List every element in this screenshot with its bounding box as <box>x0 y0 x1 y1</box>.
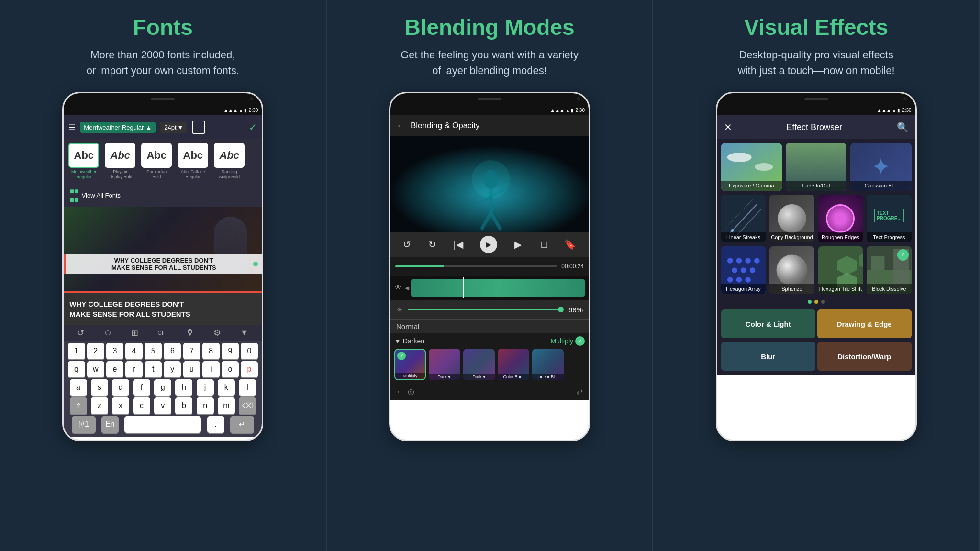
key-5[interactable]: 5 <box>145 343 162 359</box>
effect-gaussian-blur[interactable]: ✦ Gaussian Bl... <box>850 143 911 191</box>
key-1[interactable]: 1 <box>68 343 85 359</box>
blend-mode-linearbl[interactable]: Linear Bl... <box>532 349 564 380</box>
copy-ctrl[interactable]: □ <box>541 239 547 250</box>
close-button[interactable]: ✕ <box>724 121 732 133</box>
expand-icon[interactable]: ▼ <box>240 328 248 338</box>
text-box-icon[interactable] <box>192 121 205 134</box>
key-r[interactable]: r <box>125 361 143 377</box>
key-4[interactable]: 4 <box>125 343 143 359</box>
blend-timeline[interactable]: 00:00:24 <box>390 257 589 276</box>
undo-icon[interactable]: ↺ <box>77 328 84 338</box>
font-item-abril[interactable]: Abc Abril FatfaceRegular <box>177 143 209 180</box>
key-3[interactable]: 3 <box>106 343 123 359</box>
key-j[interactable]: j <box>197 379 214 396</box>
key-y[interactable]: y <box>164 361 181 377</box>
redo-ctrl[interactable]: ↻ <box>428 239 436 250</box>
key-v[interactable]: v <box>154 397 171 414</box>
key-x[interactable]: x <box>112 397 129 414</box>
back-arrow-icon[interactable]: ← <box>396 121 405 131</box>
effect-hexagon-array[interactable]: Hexagon Array <box>721 246 766 294</box>
blend-mode-colorburn[interactable]: Color Burn <box>498 349 529 380</box>
play-button[interactable]: ▶ <box>480 236 497 253</box>
font-size-selector[interactable]: 24pt ▼ <box>160 122 187 133</box>
confirm-icon[interactable]: ✓ <box>249 121 257 133</box>
category-distortion-warp[interactable]: Distortion/Warp <box>817 342 912 371</box>
view-all-fonts-button[interactable]: ■■■■ View All Fonts <box>64 184 262 207</box>
effect-block-dissolve[interactable]: ✓ Block Dissolve <box>867 246 912 294</box>
hamburger-icon[interactable]: ☰ <box>68 123 75 132</box>
effect-text-progress[interactable]: TEXTPROGRE... Text Progress <box>867 195 912 242</box>
space-key[interactable] <box>124 416 201 433</box>
period-key[interactable]: . <box>207 416 224 433</box>
key-o[interactable]: o <box>222 361 239 377</box>
font-item-merriweather[interactable]: Abc MerriweatherRegular <box>67 143 100 180</box>
key-u[interactable]: u <box>183 361 200 377</box>
key-d[interactable]: d <box>112 379 129 396</box>
language-key[interactable]: En <box>101 416 119 433</box>
key-s[interactable]: s <box>91 379 108 396</box>
emoji-icon[interactable]: ☺ <box>103 328 112 338</box>
effect-exposure-gamma[interactable]: Exposure / Gamma <box>721 143 782 191</box>
search-icon[interactable]: 🔍 <box>897 121 909 133</box>
skip-end-ctrl[interactable]: ▶| <box>514 239 524 250</box>
key-b[interactable]: b <box>175 397 192 414</box>
blend-mode-darker[interactable]: Darker <box>463 349 495 380</box>
symbols-key[interactable]: !#1 <box>72 416 96 433</box>
gif-icon[interactable]: GIF <box>157 330 166 336</box>
font-item-dancing[interactable]: Abc DancingScript Bold <box>213 143 245 180</box>
back-arrow-icon[interactable]: ← <box>396 387 404 396</box>
key-6[interactable]: 6 <box>164 343 181 359</box>
shift-key[interactable]: ⇧ <box>70 397 87 414</box>
category-blur[interactable]: Blur <box>721 342 815 371</box>
key-g[interactable]: g <box>154 379 171 396</box>
key-t[interactable]: t <box>145 361 162 377</box>
blend-strip[interactable]: 👁 ◀ <box>390 276 589 300</box>
key-h[interactable]: h <box>175 379 192 396</box>
effect-linear-streaks[interactable]: Linear Streaks <box>721 195 766 242</box>
blend-adjust-icon[interactable]: ◎ <box>408 387 414 396</box>
bookmark-ctrl[interactable]: 🔖 <box>564 239 576 250</box>
key-2[interactable]: 2 <box>87 343 104 359</box>
key-m[interactable]: m <box>218 397 235 414</box>
key-8[interactable]: 8 <box>202 343 220 359</box>
opacity-slider[interactable] <box>408 309 564 310</box>
key-e[interactable]: e <box>106 361 123 377</box>
key-w[interactable]: w <box>87 361 104 377</box>
blend-mode-darken[interactable]: Darken <box>429 349 460 380</box>
effect-fade-inout[interactable]: Fade In/Out <box>786 143 846 191</box>
key-q[interactable]: q <box>68 361 85 377</box>
blend-mode-multiply[interactable]: ✓ Multiply <box>394 349 426 380</box>
effect-roughen-edges[interactable]: Roughen Edges <box>818 195 863 242</box>
sticker-icon[interactable]: ⊞ <box>131 328 138 338</box>
key-a[interactable]: a <box>70 379 87 396</box>
return-key[interactable]: ↵ <box>230 416 254 433</box>
key-f[interactable]: f <box>133 379 150 396</box>
key-0[interactable]: 0 <box>241 343 258 359</box>
settings-icon[interactable]: ⚙ <box>213 328 221 338</box>
category-color-light[interactable]: Color & Light <box>721 309 815 338</box>
key-z[interactable]: z <box>91 397 108 414</box>
font-item-playfair[interactable]: Abc PlayfairDisplay Bold <box>104 143 136 180</box>
transform-icon[interactable]: ⇄ <box>577 387 583 396</box>
key-c[interactable]: c <box>133 397 150 414</box>
key-7[interactable]: 7 <box>183 343 200 359</box>
font-name-selector[interactable]: Merriweather Regular ▲ <box>80 122 156 133</box>
key-l[interactable]: l <box>239 379 256 396</box>
key-i[interactable]: i <box>202 361 220 377</box>
key-k[interactable]: k <box>218 379 235 396</box>
key-p[interactable]: p <box>241 361 258 377</box>
effect-spherize[interactable]: Spherize <box>769 246 814 294</box>
opacity-eye-icon[interactable]: ☀ <box>396 305 403 314</box>
eye-icon[interactable]: 👁 <box>394 284 402 292</box>
undo-ctrl[interactable]: ↺ <box>403 239 411 250</box>
category-drawing-edge[interactable]: Drawing & Edge <box>817 309 912 338</box>
mic-icon[interactable]: 🎙 <box>186 328 194 338</box>
back-arrow-small[interactable]: ◀ <box>405 285 409 291</box>
key-9[interactable]: 9 <box>222 343 239 359</box>
delete-key[interactable]: ⌫ <box>239 397 256 414</box>
effect-copy-background[interactable]: Copy Background <box>769 195 814 242</box>
font-item-comfortaa[interactable]: Abc ComfortaaBold <box>140 143 173 180</box>
skip-start-ctrl[interactable]: |◀ <box>453 239 463 250</box>
effect-hexagon-tile[interactable]: Hexagon Tile Shift <box>818 246 863 294</box>
key-n[interactable]: n <box>197 397 214 414</box>
